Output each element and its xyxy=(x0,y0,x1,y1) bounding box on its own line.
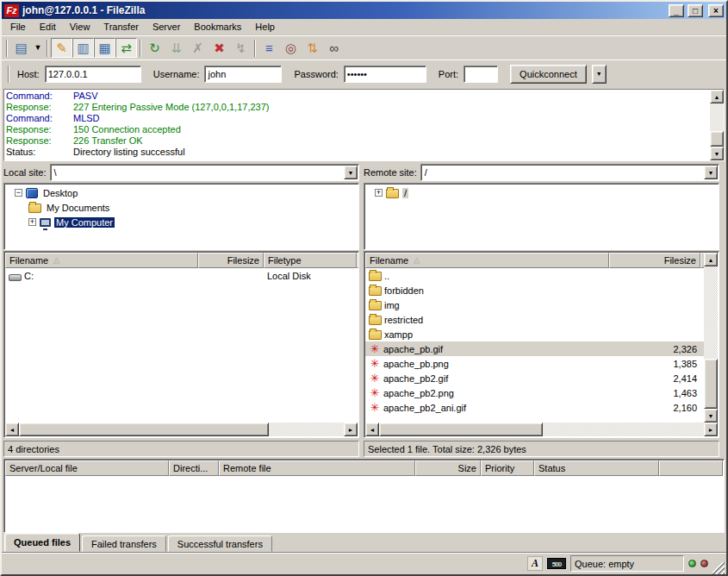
remote-site-combobox[interactable]: / ▼ xyxy=(420,164,719,181)
tree-item-label[interactable]: / xyxy=(402,188,408,198)
menu-file[interactable]: File xyxy=(3,20,33,34)
host-input[interactable] xyxy=(45,66,141,83)
reconnect-button[interactable]: ↯ xyxy=(230,38,252,58)
maximize-button[interactable]: □ xyxy=(688,4,703,17)
log-scroll-track[interactable] xyxy=(710,103,724,147)
column-header-filename[interactable]: Filename △ xyxy=(365,253,609,268)
column-label: Filesize xyxy=(227,255,259,266)
remote-tree-icon: ▦ xyxy=(98,41,110,54)
local-site-combobox[interactable]: \ ▼ xyxy=(50,164,359,181)
column-header-size[interactable]: Size xyxy=(415,460,481,476)
remote-vscroll-track[interactable] xyxy=(704,266,718,409)
menu-bookmarks[interactable]: Bookmarks xyxy=(187,20,248,34)
tree-item-my-computer[interactable]: + My Computer xyxy=(6,215,357,229)
menu-view[interactable]: View xyxy=(63,20,97,34)
quickconnect-button[interactable]: Quickconnect xyxy=(510,65,587,84)
expand-icon[interactable]: + xyxy=(375,189,383,197)
log-scroll-thumb[interactable] xyxy=(710,131,724,147)
password-input[interactable] xyxy=(344,66,426,83)
toggle-remote-tree-button[interactable]: ▦ xyxy=(94,38,115,58)
remote-hscroll-track[interactable] xyxy=(543,423,704,436)
menu-edit[interactable]: Edit xyxy=(33,20,63,34)
remote-vertical-scrollbar[interactable]: ▲ ▼ xyxy=(704,253,718,423)
remote-file-row[interactable]: restricted xyxy=(365,312,704,327)
process-queue-button[interactable]: ⇊ xyxy=(165,38,187,58)
remote-file-row[interactable]: ✳apache_pb2_ani.gif 2,160 xyxy=(365,400,704,415)
expand-icon[interactable]: + xyxy=(28,218,36,226)
local-file-row[interactable]: C: Local Disk xyxy=(5,268,358,283)
speed-limits-icon[interactable]: 500 xyxy=(547,558,566,569)
remote-file-row[interactable]: .. xyxy=(365,268,704,283)
remote-file-row[interactable]: img xyxy=(365,297,704,312)
remote-file-row[interactable]: ✳apache_pb2.png 1,463 xyxy=(365,385,704,400)
toggle-transfer-queue-button[interactable]: ⇄ xyxy=(115,38,137,58)
column-header-remote-file[interactable]: Remote file xyxy=(219,460,415,476)
remote-file-row[interactable]: xampp xyxy=(365,327,704,341)
tree-item-root[interactable]: + / xyxy=(366,185,717,200)
local-hscroll-thumb[interactable] xyxy=(19,423,269,436)
column-header-direction[interactable]: Directi... xyxy=(169,460,219,476)
column-header-priority[interactable]: Priority xyxy=(481,460,534,476)
resize-grip[interactable] xyxy=(712,562,725,574)
tree-item-desktop[interactable]: − Desktop xyxy=(6,185,357,200)
menu-server[interactable]: Server xyxy=(146,20,187,34)
remote-site-dropdown-button[interactable]: ▼ xyxy=(704,166,718,179)
column-header-last-modified[interactable]: L xyxy=(357,253,359,268)
collapse-icon[interactable]: − xyxy=(15,189,22,197)
column-header-status[interactable]: Status xyxy=(534,460,659,476)
column-header-filesize[interactable]: Filesize xyxy=(609,253,700,268)
find-files-button[interactable]: ∞ xyxy=(323,38,345,58)
scroll-up-icon[interactable]: ▲ xyxy=(704,253,718,266)
folder-icon xyxy=(369,316,382,325)
scroll-down-icon[interactable]: ▼ xyxy=(710,147,724,160)
scroll-left-icon[interactable]: ◄ xyxy=(5,423,19,436)
tree-item-label[interactable]: Desktop xyxy=(41,188,79,198)
tab-failed-transfers[interactable]: Failed transfers xyxy=(82,535,166,552)
column-header-server-local-file[interactable]: Server/Local file xyxy=(5,460,169,476)
close-button[interactable]: × xyxy=(708,4,724,17)
column-header-filetype[interactable]: Filetype xyxy=(264,253,357,268)
local-horizontal-scrollbar[interactable]: ◄ ► xyxy=(5,423,358,436)
scroll-right-icon[interactable]: ► xyxy=(704,423,718,436)
local-hscroll-track[interactable] xyxy=(269,423,344,436)
scroll-right-icon[interactable]: ► xyxy=(344,423,358,436)
menu-help[interactable]: Help xyxy=(248,20,282,34)
local-site-dropdown-button[interactable]: ▼ xyxy=(344,166,358,179)
cancel-operation-button[interactable]: ✗ xyxy=(187,38,208,58)
remote-file-row[interactable]: ✳apache_pb2.gif 2,414 xyxy=(365,371,704,385)
synchronized-browsing-button[interactable]: ⇅ xyxy=(302,38,323,58)
directory-comparison-button[interactable]: ◎ xyxy=(280,38,302,58)
remote-vscroll-thumb[interactable] xyxy=(704,359,718,409)
tree-item-label[interactable]: My Computer xyxy=(54,217,115,228)
username-input[interactable] xyxy=(204,66,282,83)
column-header-filesize[interactable]: Filesize xyxy=(198,253,264,268)
remote-horizontal-scrollbar[interactable]: ◄ ► xyxy=(365,423,718,436)
disconnect-button[interactable]: ✖ xyxy=(208,38,230,58)
remote-file-row[interactable]: forbidden xyxy=(365,283,704,297)
column-header-filename[interactable]: Filename △ xyxy=(5,253,198,268)
toggle-local-tree-button[interactable]: ▥ xyxy=(72,38,94,58)
site-manager-button[interactable]: ▤ xyxy=(10,38,32,58)
toolbar: ▤ ▼ ✎ ▥ ▦ ⇄ ↻ ⇊ ✗ ✖ ↯ xyxy=(2,35,726,59)
tree-item-my-documents[interactable]: My Documents xyxy=(6,200,357,215)
minimize-button[interactable]: _ xyxy=(669,4,684,17)
data-type-indicator-icon[interactable]: A xyxy=(527,556,543,571)
menu-transfer[interactable]: Transfer xyxy=(96,20,146,34)
tab-queued-files[interactable]: Queued files xyxy=(4,533,80,552)
tab-successful-transfers[interactable]: Successful transfers xyxy=(168,535,272,552)
quickconnect-dropdown-button[interactable]: ▼ xyxy=(592,65,607,84)
log-vertical-scrollbar[interactable]: ▲ ▼ xyxy=(710,90,724,160)
scroll-up-icon[interactable]: ▲ xyxy=(710,90,724,103)
remote-hscroll-thumb[interactable] xyxy=(379,423,543,436)
scroll-left-icon[interactable]: ◄ xyxy=(365,423,379,436)
remote-file-row-selected[interactable]: ✳apache_pb.gif 2,326 xyxy=(365,341,704,356)
directory-filter-button[interactable]: ≡ xyxy=(258,38,280,58)
scroll-down-icon[interactable]: ▼ xyxy=(704,409,718,423)
toggle-message-log-button[interactable]: ✎ xyxy=(51,38,72,58)
site-manager-dropdown-button[interactable]: ▼ xyxy=(32,38,44,58)
tree-item-label[interactable]: My Documents xyxy=(45,203,111,213)
remote-file-row[interactable]: ✳apache_pb.png 1,385 xyxy=(365,356,704,371)
remote-file-list: Filename △ Filesize .. xyxy=(364,251,719,438)
port-input[interactable] xyxy=(464,66,498,83)
refresh-button[interactable]: ↻ xyxy=(144,38,165,58)
